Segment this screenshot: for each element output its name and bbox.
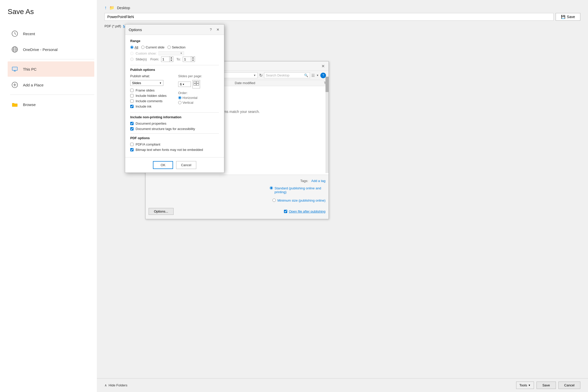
range-current-radio[interactable] <box>141 46 145 49</box>
options-body: Range All Current slide Selection Custom… <box>125 35 224 157</box>
to-spinner: ▲ ▼ <box>183 56 195 62</box>
sidebar-item-browse[interactable]: Browse <box>8 97 94 112</box>
options-button[interactable]: Options... <box>149 208 174 215</box>
close-icon-button[interactable]: ✕ <box>215 27 220 32</box>
clock-icon <box>10 29 19 38</box>
location-text: Desktop <box>117 6 130 10</box>
svg-rect-17 <box>194 84 196 85</box>
publish-section: Publish options Publish what: Slides ▼ F… <box>130 68 219 110</box>
open-after-publish-checkbox[interactable] <box>284 210 287 213</box>
ok-button[interactable]: OK <box>153 161 173 169</box>
order-vertical-row: Vertical <box>178 101 219 104</box>
include-ink-checkbox[interactable] <box>130 105 134 108</box>
publish-what-select[interactable]: Slides ▼ <box>130 80 163 86</box>
publish-what-arrow: ▼ <box>159 82 162 84</box>
document-structure-row[interactable]: Document structure tags for accessibilit… <box>130 127 219 131</box>
add-tag-link[interactable]: Add a tag <box>311 179 325 183</box>
sidebar-item-browse-label: Browse <box>23 102 36 107</box>
view-list-icon[interactable]: ☷ <box>311 73 315 77</box>
nav-divider-2 <box>10 95 94 95</box>
include-comments-row[interactable]: Include comments <box>130 99 173 103</box>
standard-radio-label: Standard (publishing online and printing… <box>275 186 325 194</box>
standard-radio[interactable] <box>270 186 273 190</box>
nav-divider <box>10 59 94 59</box>
save-button[interactable]: 💾 Save <box>556 13 580 21</box>
save-area-header: ↑ 📁 Desktop <box>97 0 588 10</box>
divider-3 <box>130 133 219 134</box>
from-input[interactable] <box>161 57 170 62</box>
order-horizontal-radio[interactable] <box>178 96 181 99</box>
bitmap-text-row[interactable]: Bitmap text when fonts may not be embedd… <box>130 148 219 152</box>
sidebar-item-recent[interactable]: Recent <box>8 26 94 41</box>
sidebar-item-recent-label: Recent <box>23 32 35 36</box>
frame-slides-row[interactable]: Frame slides <box>130 88 173 92</box>
view-toggle-arrow[interactable]: ▼ <box>316 74 319 77</box>
hide-folders-button[interactable]: ∧ Hide Folders <box>104 383 127 387</box>
range-current-option[interactable]: Current slide <box>141 45 164 49</box>
range-selection-option[interactable]: Selection <box>167 45 185 49</box>
folder-icon-sm: 📁 <box>109 5 114 10</box>
to-input[interactable] <box>183 57 192 62</box>
options-cancel-button[interactable]: Cancel <box>176 161 196 169</box>
tools-button[interactable]: Tools ▼ <box>516 382 534 389</box>
scrollbar-track <box>325 77 329 173</box>
from-spinner-buttons: ▲ ▼ <box>169 56 173 62</box>
options-title-bar: Options ? ✕ <box>125 24 224 35</box>
range-all-option[interactable]: All <box>130 45 138 49</box>
chevron-up-icon: ∧ <box>104 383 107 387</box>
custom-show-dropdown: ▼ <box>159 51 184 55</box>
custom-show-row: Custom show: ▼ <box>130 51 219 55</box>
include-ink-row[interactable]: Include ink <box>130 104 173 108</box>
file-dialog-close-button[interactable]: ✕ <box>320 63 325 69</box>
filename-input[interactable] <box>104 13 554 21</box>
spp-control-row: 6 ▼ <box>178 80 219 88</box>
slides-per-page-row: Slides per page: <box>178 74 219 78</box>
divider-1 <box>130 65 219 65</box>
from-up-button[interactable]: ▲ <box>169 57 173 59</box>
document-structure-checkbox[interactable] <box>130 127 134 130</box>
pdf-a-row[interactable]: PDF/A compliant <box>130 142 219 146</box>
publish-what-row: Publish what: <box>130 74 173 78</box>
divider-2 <box>130 112 219 113</box>
sidebar-item-this-pc[interactable]: This PC <box>8 61 94 77</box>
bottom-cancel-button[interactable]: Cancel <box>558 382 580 389</box>
pdf-a-checkbox[interactable] <box>130 143 134 146</box>
standard-radio-row: Standard (publishing online and printing… <box>149 186 325 194</box>
order-vertical-radio[interactable] <box>178 101 181 104</box>
from-down-button[interactable]: ▼ <box>169 59 173 62</box>
up-arrow-icon[interactable]: ↑ <box>104 5 107 10</box>
bottom-save-button[interactable]: Save <box>537 382 556 389</box>
include-comments-checkbox[interactable] <box>130 99 134 103</box>
grid-layout-icon[interactable] <box>192 80 200 88</box>
include-hidden-checkbox[interactable] <box>130 94 134 97</box>
search-box[interactable]: Search Desktop 🔍 <box>264 72 310 78</box>
options-title-icons: ? ✕ <box>208 27 220 32</box>
document-properties-checkbox[interactable] <box>130 122 134 125</box>
to-up-button[interactable]: ▲ <box>191 57 195 59</box>
minimum-radio[interactable] <box>272 199 276 202</box>
include-hidden-row[interactable]: Include hidden slides <box>130 94 173 98</box>
search-icon: 🔍 <box>304 73 308 77</box>
document-properties-row[interactable]: Document properties <box>130 122 219 125</box>
save-icon: 💾 <box>561 15 565 19</box>
refresh-icon[interactable]: ↻ <box>259 73 263 78</box>
pdf-options-section-label: PDF options <box>130 136 219 140</box>
scrollbar-thumb[interactable] <box>325 77 329 92</box>
location-dropdown-arrow: ▼ <box>253 74 256 77</box>
order-section: Order: Horizontal Vertical <box>178 91 219 104</box>
tags-label: Tags: <box>300 179 308 183</box>
help-icon-button[interactable]: ? <box>208 27 213 32</box>
spp-select[interactable]: 6 ▼ <box>178 82 191 87</box>
date-modified-col: Date modified <box>235 81 319 85</box>
help-circle-icon[interactable]: ? <box>320 73 326 78</box>
frame-slides-checkbox[interactable] <box>130 89 134 92</box>
range-selection-radio[interactable] <box>167 46 171 49</box>
sidebar-item-onedrive[interactable]: OneDrive - Personal <box>8 42 94 57</box>
sidebar-item-this-pc-label: This PC <box>23 67 36 71</box>
to-down-button[interactable]: ▼ <box>191 59 195 62</box>
sidebar-item-add-place[interactable]: Add a Place <box>8 77 94 93</box>
from-spinner: ▲ ▼ <box>161 56 173 62</box>
svg-rect-18 <box>197 84 199 85</box>
bitmap-text-checkbox[interactable] <box>130 148 134 151</box>
range-all-radio[interactable] <box>130 46 134 49</box>
